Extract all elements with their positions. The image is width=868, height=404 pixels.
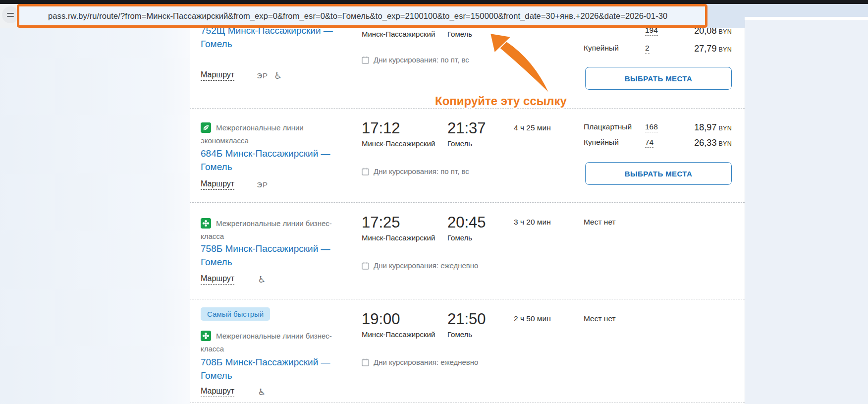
er-label: ЭР xyxy=(257,71,268,80)
arrival-station: Гомель xyxy=(447,139,472,148)
arrival-station: Гомель xyxy=(447,233,472,242)
business-class-icon xyxy=(201,331,211,341)
seat-price: 27,79BYN xyxy=(694,44,732,54)
price-value: 26,33 xyxy=(694,138,716,148)
price-currency: BYN xyxy=(718,28,732,35)
train-category: Межрегиональные линии бизнес-класса xyxy=(201,217,353,243)
price-value: 18,97 xyxy=(694,122,716,132)
route-link[interactable]: Маршрут xyxy=(201,274,234,285)
departure-station: Минск-Пассажирский xyxy=(362,233,435,242)
seat-price: 26,33BYN xyxy=(694,138,732,148)
route-link[interactable]: Маршрут xyxy=(201,70,234,81)
departure-station: Минск-Пассажирский xyxy=(362,30,435,38)
seat-class-label: Купейный xyxy=(584,44,619,53)
browser-tune-icon[interactable] xyxy=(2,6,19,23)
running-days: Дни курсирования: по пт, вс xyxy=(362,167,469,175)
trip-duration: 2 ч 50 мин xyxy=(514,314,551,323)
arrival-station: Гомель xyxy=(447,330,472,339)
toolbar-left-area xyxy=(0,4,18,28)
departure-time: 19:00 xyxy=(362,310,400,328)
seat-price: 18,97BYN xyxy=(694,122,732,133)
no-seats-label: Мест нет xyxy=(584,218,616,227)
arrival-time: 21:37 xyxy=(447,119,486,137)
departure-time: 17:12 xyxy=(362,119,400,137)
train-row: Межрегиональные линии экономкласса 684Б … xyxy=(190,108,745,203)
running-days-text: Дни курсирования: ежедневно xyxy=(374,261,478,270)
running-days-text: Дни курсирования: по пт, вс xyxy=(374,167,469,175)
train-title-link[interactable]: 708Б Минск-Пассажирский — Гомель xyxy=(201,355,349,382)
seat-count-link[interactable]: 168 xyxy=(645,122,658,132)
train-row: Самый быстрый Межрегиональные линии бизн… xyxy=(190,299,745,404)
train-title-link[interactable]: 752Щ Минск-Пассажирский — Гомель xyxy=(201,24,349,51)
no-seats-label: Мест нет xyxy=(584,314,616,323)
row-divider xyxy=(190,403,745,403)
arrival-time: 20:45 xyxy=(447,214,486,231)
select-seats-button[interactable]: ВЫБРАТЬ МЕСТА xyxy=(585,67,732,90)
seat-class-label: Купейный xyxy=(584,138,619,147)
seat-count-link[interactable]: 2 xyxy=(645,44,650,54)
running-days: Дни курсирования: по пт, вс xyxy=(362,56,469,64)
select-seats-button[interactable]: ВЫБРАТЬ МЕСТА xyxy=(585,162,732,185)
train-category-text: Межрегиональные линии экономкласса xyxy=(201,123,304,145)
departure-station: Минск-Пассажирский xyxy=(362,330,435,339)
running-days-text: Дни курсирования: ежедневно xyxy=(374,358,478,366)
right-background-panel xyxy=(745,20,868,404)
train-list: 752Щ Минск-Пассажирский — Гомель Маршрут… xyxy=(190,0,745,404)
train-category-text: Межрегиональные линии бизнес-класса xyxy=(201,332,332,353)
eco-class-icon xyxy=(201,122,211,133)
price-currency: BYN xyxy=(718,140,732,147)
wheelchair-icon: ♿ xyxy=(274,71,282,80)
left-background-panel xyxy=(0,24,190,404)
route-link[interactable]: Маршрут xyxy=(201,387,234,397)
fastest-badge: Самый быстрый xyxy=(201,307,270,321)
train-title-link[interactable]: 758Б Минск-Пассажирский — Гомель xyxy=(201,242,349,269)
price-currency: BYN xyxy=(718,125,732,132)
toolbar-right-area xyxy=(745,4,868,17)
train-category-text: Межрегиональные линии бизнес-класса xyxy=(201,219,332,240)
departure-station: Минск-Пассажирский xyxy=(362,139,435,148)
calendar-icon xyxy=(362,56,369,64)
departure-time: 17:25 xyxy=(362,214,400,231)
seat-class-label: Плацкартный xyxy=(584,122,632,131)
train-row: Межрегиональные линии бизнес-класса 758Б… xyxy=(190,202,745,299)
arrival-time: 21:50 xyxy=(447,310,486,328)
arrival-station: Гомель xyxy=(447,30,472,38)
train-title-link[interactable]: 684Б Минск-Пассажирский — Гомель xyxy=(201,147,349,173)
annotation-label: Копируйте эту ссылку xyxy=(435,94,598,108)
url-highlight-box: pass.rw.by/ru/route/?from=Минск-Пассажир… xyxy=(17,4,707,28)
window-top-strip xyxy=(0,0,868,4)
seat-count-link[interactable]: 74 xyxy=(645,138,653,148)
route-link[interactable]: Маршрут xyxy=(201,179,234,190)
business-class-icon xyxy=(201,218,211,229)
price-value: 27,79 xyxy=(694,44,716,54)
trip-duration: 4 ч 25 мин xyxy=(514,123,551,132)
wheelchair-icon: ♿ xyxy=(258,388,266,397)
calendar-icon xyxy=(362,262,369,270)
running-days: Дни курсирования: ежедневно xyxy=(362,358,478,366)
price-currency: BYN xyxy=(718,46,732,53)
calendar-icon xyxy=(362,358,369,366)
train-category: Межрегиональные линии бизнес-класса xyxy=(201,330,353,355)
running-days: Дни курсирования: ежедневно xyxy=(362,261,478,270)
er-label: ЭР xyxy=(257,180,268,189)
wheelchair-icon: ♿ xyxy=(258,275,266,284)
address-url-text[interactable]: pass.rw.by/ru/route/?from=Минск-Пассажир… xyxy=(48,11,667,21)
calendar-icon xyxy=(362,168,369,175)
running-days-text: Дни курсирования: по пт, вс xyxy=(374,56,469,64)
trip-duration: 3 ч 20 мин xyxy=(514,218,551,227)
train-category: Межрегиональные линии экономкласса xyxy=(201,121,353,147)
